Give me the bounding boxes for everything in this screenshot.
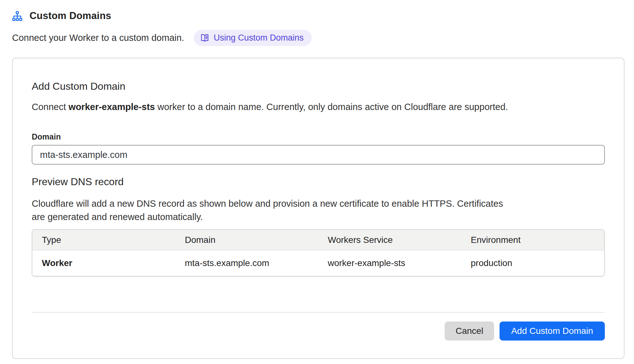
dns-header-workers-service: Workers Service bbox=[318, 235, 461, 245]
domain-input[interactable] bbox=[32, 145, 605, 165]
card-footer: Cancel Add Custom Domain bbox=[32, 322, 605, 341]
card-heading: Add Custom Domain bbox=[32, 81, 605, 92]
sitemap-icon bbox=[12, 11, 23, 21]
card-description-suffix: worker to a domain name. Currently, only… bbox=[155, 102, 508, 112]
footer-divider bbox=[32, 312, 605, 313]
dns-table-header-row: Type Domain Workers Service Environment bbox=[32, 230, 604, 250]
dns-header-domain: Domain bbox=[175, 235, 318, 245]
preview-dns-description: Cloudflare will add a new DNS record as … bbox=[32, 197, 507, 224]
preview-dns-heading: Preview DNS record bbox=[32, 176, 605, 187]
dns-preview-table: Type Domain Workers Service Environment … bbox=[32, 229, 605, 276]
dns-cell-environment: production bbox=[461, 258, 604, 268]
dns-cell-domain: mta-sts.example.com bbox=[175, 258, 318, 268]
dns-table-row: Worker mta-sts.example.com worker-exampl… bbox=[32, 250, 604, 276]
dns-cell-workers-service: worker-example-sts bbox=[318, 258, 461, 268]
book-icon bbox=[200, 33, 209, 42]
domain-label: Domain bbox=[32, 133, 605, 141]
cancel-button[interactable]: Cancel bbox=[445, 322, 494, 341]
worker-name: worker-example-sts bbox=[69, 102, 155, 112]
page-title: Custom Domains bbox=[29, 10, 111, 22]
card-description: Connect worker-example-sts worker to a d… bbox=[32, 101, 605, 112]
docs-link-label: Using Custom Domains bbox=[214, 33, 304, 43]
subtitle-row: Connect your Worker to a custom domain. … bbox=[12, 30, 622, 46]
title-row: Custom Domains bbox=[12, 10, 622, 22]
add-custom-domain-card: Add Custom Domain Connect worker-example… bbox=[12, 58, 624, 359]
domain-field: Domain bbox=[32, 133, 605, 165]
card-description-prefix: Connect bbox=[32, 102, 69, 112]
page-header: Custom Domains Connect your Worker to a … bbox=[0, 0, 634, 46]
dns-cell-type: Worker bbox=[32, 258, 175, 268]
custom-domains-page: { "page": { "title": "Custom Domains", "… bbox=[0, 0, 634, 364]
dns-header-type: Type bbox=[32, 235, 175, 245]
add-custom-domain-button[interactable]: Add Custom Domain bbox=[500, 322, 605, 341]
docs-link-using-custom-domains[interactable]: Using Custom Domains bbox=[194, 30, 312, 46]
page-subtitle: Connect your Worker to a custom domain. bbox=[12, 33, 184, 43]
dns-header-environment: Environment bbox=[461, 235, 604, 245]
